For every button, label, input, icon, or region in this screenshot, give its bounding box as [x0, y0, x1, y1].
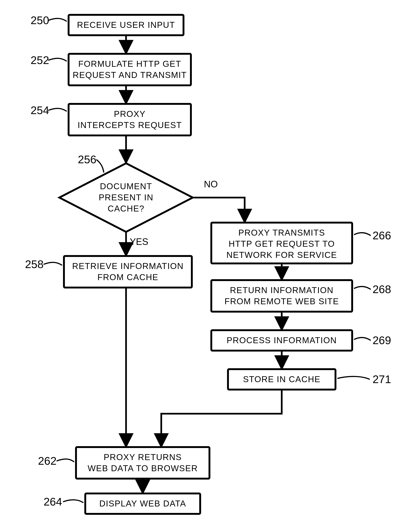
- node-proxy-returns: PROXY RETURNS WEB DATA TO BROWSER: [76, 447, 210, 479]
- svg-text:WEB DATA TO BROWSER: WEB DATA TO BROWSER: [88, 463, 198, 473]
- svg-text:PROXY RETURNS: PROXY RETURNS: [104, 452, 182, 462]
- node-text: PROXY RETURNS: [104, 452, 182, 462]
- svg-text:FROM REMOTE WEB SITE: FROM REMOTE WEB SITE: [224, 296, 339, 306]
- svg-text:STORE IN CACHE: STORE IN CACHE: [243, 374, 320, 384]
- node-formulate-http-get: FORMULATE HTTP GET REQUEST AND TRANSMIT: [69, 54, 191, 85]
- node-text: PROXY: [114, 109, 146, 119]
- svg-text:REQUEST AND TRANSMIT: REQUEST AND TRANSMIT: [73, 70, 187, 80]
- svg-text:PRESENT IN: PRESENT IN: [99, 193, 153, 202]
- svg-text:HTTP GET REQUEST TO: HTTP GET REQUEST TO: [228, 239, 335, 249]
- node-text: PROXY TRANSMITS: [238, 228, 325, 237]
- ref-269: 269: [373, 334, 391, 347]
- svg-rect-12: [64, 256, 192, 288]
- svg-text:FORMULATE HTTP GET: FORMULATE HTTP GET: [78, 59, 181, 69]
- branch-yes: YES: [130, 236, 148, 247]
- svg-rect-5: [69, 104, 191, 135]
- ref-268: 268: [373, 283, 391, 296]
- node-receive-user-input: RECEIVE USER INPUT: [69, 15, 183, 35]
- ref-264: 264: [44, 496, 62, 508]
- svg-text:FROM CACHE: FROM CACHE: [97, 272, 158, 282]
- node-display-web-data: DISPLAY WEB DATA: [85, 493, 200, 514]
- ref-250: 250: [31, 14, 49, 27]
- svg-text:RETRIEVE INFORMATION: RETRIEVE INFORMATION: [72, 261, 183, 271]
- node-text: PRESENT IN: [99, 193, 153, 202]
- node-text: INTERCEPTS REQUEST: [78, 120, 182, 130]
- ref-262: 262: [38, 455, 56, 467]
- svg-text:PROXY TRANSMITS: PROXY TRANSMITS: [238, 228, 325, 237]
- edge-256-266: [193, 197, 245, 221]
- ref-254: 254: [31, 104, 49, 116]
- node-text: DOCUMENT: [100, 181, 152, 191]
- node-text: DISPLAY WEB DATA: [99, 499, 186, 508]
- node-text: RETRIEVE INFORMATION: [72, 261, 183, 271]
- node-text: WEB DATA TO BROWSER: [88, 463, 198, 473]
- svg-rect-2: [69, 54, 191, 85]
- ref-271: 271: [373, 373, 391, 385]
- edge-271-262: [161, 390, 282, 445]
- node-text: FORMULATE HTTP GET: [78, 59, 181, 69]
- svg-text:DOCUMENT: DOCUMENT: [100, 181, 152, 191]
- node-retrieve-from-cache: RETRIEVE INFORMATION FROM CACHE: [64, 256, 192, 288]
- ref-252: 252: [31, 54, 49, 66]
- node-text: PROCESS INFORMATION: [227, 335, 337, 345]
- node-return-information: RETURN INFORMATION FROM REMOTE WEB SITE: [211, 280, 352, 312]
- node-text: STORE IN CACHE: [243, 374, 320, 384]
- node-text: FROM CACHE: [97, 272, 158, 282]
- node-text: RETURN INFORMATION: [230, 285, 333, 295]
- node-text: FROM REMOTE WEB SITE: [224, 296, 339, 306]
- svg-text:RECEIVE USER INPUT: RECEIVE USER INPUT: [77, 20, 175, 30]
- ref-256: 256: [78, 153, 96, 166]
- ref-266: 266: [373, 229, 391, 242]
- svg-text:INTERCEPTS REQUEST: INTERCEPTS REQUEST: [78, 120, 182, 130]
- svg-rect-19: [211, 280, 352, 312]
- node-text: RECEIVE USER INPUT: [77, 20, 175, 30]
- node-text: HTTP GET REQUEST TO: [228, 239, 335, 249]
- node-text: REQUEST AND TRANSMIT: [73, 70, 187, 80]
- ref-258: 258: [25, 258, 44, 271]
- svg-text:RETURN INFORMATION: RETURN INFORMATION: [230, 285, 333, 295]
- svg-text:PROXY: PROXY: [114, 109, 146, 119]
- svg-text:PROCESS INFORMATION: PROCESS INFORMATION: [227, 335, 337, 345]
- node-document-in-cache: DOCUMENT PRESENT IN CACHE?: [59, 163, 193, 232]
- svg-text:CACHE?: CACHE?: [108, 204, 145, 213]
- node-text: CACHE?: [108, 204, 145, 213]
- node-text: NETWORK FOR SERVICE: [227, 250, 337, 260]
- branch-no: NO: [204, 179, 218, 189]
- svg-text:DISPLAY WEB DATA: DISPLAY WEB DATA: [99, 499, 186, 508]
- node-proxy-intercepts: PROXY INTERCEPTS REQUEST: [69, 104, 191, 135]
- node-store-in-cache: STORE IN CACHE: [228, 369, 336, 390]
- svg-rect-26: [76, 447, 210, 479]
- node-proxy-transmits: PROXY TRANSMITS HTTP GET REQUEST TO NETW…: [211, 223, 352, 263]
- node-process-information: PROCESS INFORMATION: [211, 330, 352, 351]
- svg-text:NETWORK FOR SERVICE: NETWORK FOR SERVICE: [227, 250, 337, 260]
